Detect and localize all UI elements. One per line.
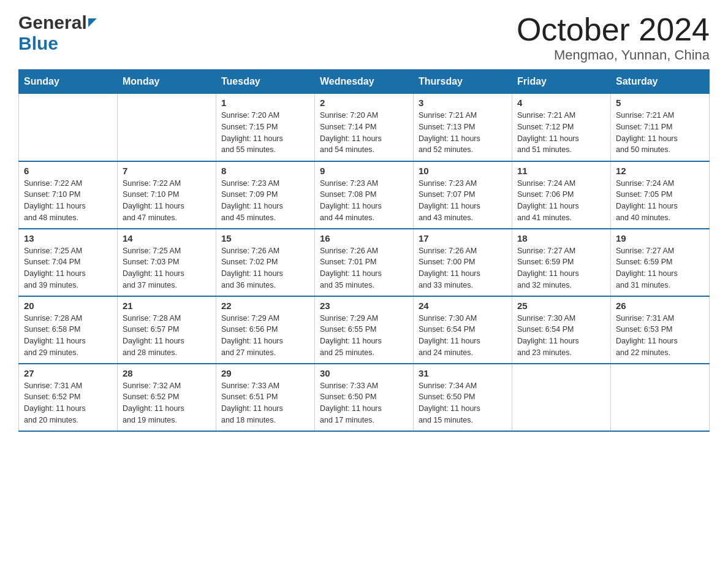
- calendar-cell: 18Sunrise: 7:27 AM Sunset: 6:59 PM Dayli…: [512, 229, 611, 296]
- day-number: 16: [320, 233, 408, 243]
- day-info: Sunrise: 7:22 AM Sunset: 7:10 PM Dayligh…: [123, 178, 211, 224]
- month-title: October 2024: [517, 12, 710, 47]
- day-number: 30: [320, 368, 408, 378]
- day-number: 21: [123, 301, 211, 311]
- day-info: Sunrise: 7:28 AM Sunset: 6:58 PM Dayligh…: [24, 313, 112, 359]
- day-info: Sunrise: 7:21 AM Sunset: 7:12 PM Dayligh…: [517, 110, 605, 156]
- day-info: Sunrise: 7:31 AM Sunset: 6:52 PM Dayligh…: [24, 380, 112, 426]
- day-number: 13: [24, 233, 112, 243]
- calendar-cell: 25Sunrise: 7:30 AM Sunset: 6:54 PM Dayli…: [512, 296, 611, 364]
- day-number: 7: [123, 166, 211, 176]
- day-info: Sunrise: 7:21 AM Sunset: 7:13 PM Dayligh…: [419, 110, 507, 156]
- day-number: 24: [419, 301, 507, 311]
- calendar-week-1: 1Sunrise: 7:20 AM Sunset: 7:15 PM Daylig…: [19, 94, 710, 161]
- calendar-cell: 27Sunrise: 7:31 AM Sunset: 6:52 PM Dayli…: [19, 364, 118, 431]
- calendar-cell: 30Sunrise: 7:33 AM Sunset: 6:50 PM Dayli…: [315, 364, 414, 431]
- calendar-cell: 17Sunrise: 7:26 AM Sunset: 7:00 PM Dayli…: [414, 229, 512, 296]
- calendar-week-4: 20Sunrise: 7:28 AM Sunset: 6:58 PM Dayli…: [19, 296, 710, 364]
- day-info: Sunrise: 7:33 AM Sunset: 6:50 PM Dayligh…: [320, 380, 408, 426]
- calendar-cell: 23Sunrise: 7:29 AM Sunset: 6:55 PM Dayli…: [315, 296, 414, 364]
- day-info: Sunrise: 7:23 AM Sunset: 7:09 PM Dayligh…: [221, 178, 309, 224]
- day-number: 28: [123, 368, 211, 378]
- calendar-week-2: 6Sunrise: 7:22 AM Sunset: 7:10 PM Daylig…: [19, 161, 710, 229]
- day-number: 31: [419, 368, 507, 378]
- header-saturday: Saturday: [611, 70, 710, 94]
- day-info: Sunrise: 7:28 AM Sunset: 6:57 PM Dayligh…: [123, 313, 211, 359]
- day-number: 3: [419, 98, 507, 108]
- day-info: Sunrise: 7:25 AM Sunset: 7:04 PM Dayligh…: [24, 245, 112, 291]
- day-info: Sunrise: 7:32 AM Sunset: 6:52 PM Dayligh…: [123, 380, 211, 426]
- calendar-cell: 14Sunrise: 7:25 AM Sunset: 7:03 PM Dayli…: [118, 229, 216, 296]
- calendar-cell: 16Sunrise: 7:26 AM Sunset: 7:01 PM Dayli…: [315, 229, 414, 296]
- day-info: Sunrise: 7:26 AM Sunset: 7:00 PM Dayligh…: [419, 245, 507, 291]
- calendar-cell: 21Sunrise: 7:28 AM Sunset: 6:57 PM Dayli…: [118, 296, 216, 364]
- day-number: 17: [419, 233, 507, 243]
- header-monday: Monday: [118, 70, 216, 94]
- day-number: 4: [517, 98, 605, 108]
- day-info: Sunrise: 7:23 AM Sunset: 7:08 PM Dayligh…: [320, 178, 408, 224]
- calendar-week-3: 13Sunrise: 7:25 AM Sunset: 7:04 PM Dayli…: [19, 229, 710, 296]
- header-friday: Friday: [512, 70, 611, 94]
- day-info: Sunrise: 7:33 AM Sunset: 6:51 PM Dayligh…: [221, 380, 309, 426]
- header-wednesday: Wednesday: [315, 70, 414, 94]
- day-info: Sunrise: 7:25 AM Sunset: 7:03 PM Dayligh…: [123, 245, 211, 291]
- day-number: 29: [221, 368, 309, 378]
- day-number: 11: [517, 166, 605, 176]
- calendar-cell: 15Sunrise: 7:26 AM Sunset: 7:02 PM Dayli…: [216, 229, 315, 296]
- day-number: 26: [616, 301, 704, 311]
- page-header: General Blue October 2024 Mengmao, Yunna…: [18, 12, 710, 63]
- day-info: Sunrise: 7:23 AM Sunset: 7:07 PM Dayligh…: [419, 178, 507, 224]
- calendar-cell: 13Sunrise: 7:25 AM Sunset: 7:04 PM Dayli…: [19, 229, 118, 296]
- calendar-table: SundayMondayTuesdayWednesdayThursdayFrid…: [18, 69, 710, 432]
- logo-blue-row: Blue: [18, 33, 97, 54]
- calendar-cell: 26Sunrise: 7:31 AM Sunset: 6:53 PM Dayli…: [611, 296, 710, 364]
- calendar-cell: 28Sunrise: 7:32 AM Sunset: 6:52 PM Dayli…: [118, 364, 216, 431]
- day-number: 27: [24, 368, 112, 378]
- calendar-cell: 4Sunrise: 7:21 AM Sunset: 7:12 PM Daylig…: [512, 94, 611, 161]
- calendar-cell: 31Sunrise: 7:34 AM Sunset: 6:50 PM Dayli…: [414, 364, 512, 431]
- calendar-cell: 19Sunrise: 7:27 AM Sunset: 6:59 PM Dayli…: [611, 229, 710, 296]
- day-info: Sunrise: 7:26 AM Sunset: 7:01 PM Dayligh…: [320, 245, 408, 291]
- logo: General Blue: [18, 12, 97, 54]
- day-info: Sunrise: 7:24 AM Sunset: 7:06 PM Dayligh…: [517, 178, 605, 224]
- day-number: 20: [24, 301, 112, 311]
- calendar-cell: 1Sunrise: 7:20 AM Sunset: 7:15 PM Daylig…: [216, 94, 315, 161]
- header-thursday: Thursday: [414, 70, 512, 94]
- day-info: Sunrise: 7:30 AM Sunset: 6:54 PM Dayligh…: [517, 313, 605, 359]
- day-number: 2: [320, 98, 408, 108]
- day-info: Sunrise: 7:29 AM Sunset: 6:55 PM Dayligh…: [320, 313, 408, 359]
- day-info: Sunrise: 7:29 AM Sunset: 6:56 PM Dayligh…: [221, 313, 309, 359]
- day-info: Sunrise: 7:20 AM Sunset: 7:14 PM Dayligh…: [320, 110, 408, 156]
- title-block: October 2024 Mengmao, Yunnan, China: [517, 12, 710, 63]
- day-info: Sunrise: 7:21 AM Sunset: 7:11 PM Dayligh…: [616, 110, 704, 156]
- day-number: 5: [616, 98, 704, 108]
- day-number: 9: [320, 166, 408, 176]
- calendar-cell: [512, 364, 611, 431]
- day-info: Sunrise: 7:27 AM Sunset: 6:59 PM Dayligh…: [616, 245, 704, 291]
- logo-blue-text: Blue: [18, 33, 58, 53]
- calendar-cell: 2Sunrise: 7:20 AM Sunset: 7:14 PM Daylig…: [315, 94, 414, 161]
- header-sunday: Sunday: [19, 70, 118, 94]
- calendar-cell: 3Sunrise: 7:21 AM Sunset: 7:13 PM Daylig…: [414, 94, 512, 161]
- day-info: Sunrise: 7:30 AM Sunset: 6:54 PM Dayligh…: [419, 313, 507, 359]
- header-tuesday: Tuesday: [216, 70, 315, 94]
- logo-arrow-icon: [88, 18, 97, 27]
- day-info: Sunrise: 7:26 AM Sunset: 7:02 PM Dayligh…: [221, 245, 309, 291]
- day-number: 12: [616, 166, 704, 176]
- day-number: 22: [221, 301, 309, 311]
- day-number: 15: [221, 233, 309, 243]
- day-info: Sunrise: 7:22 AM Sunset: 7:10 PM Dayligh…: [24, 178, 112, 224]
- calendar-week-5: 27Sunrise: 7:31 AM Sunset: 6:52 PM Dayli…: [19, 364, 710, 431]
- calendar-cell: 24Sunrise: 7:30 AM Sunset: 6:54 PM Dayli…: [414, 296, 512, 364]
- calendar-cell: 8Sunrise: 7:23 AM Sunset: 7:09 PM Daylig…: [216, 161, 315, 229]
- day-info: Sunrise: 7:20 AM Sunset: 7:15 PM Dayligh…: [221, 110, 309, 156]
- logo-general-text: General: [18, 12, 87, 33]
- day-number: 8: [221, 166, 309, 176]
- day-info: Sunrise: 7:34 AM Sunset: 6:50 PM Dayligh…: [419, 380, 507, 426]
- calendar-cell: [611, 364, 710, 431]
- calendar-cell: 10Sunrise: 7:23 AM Sunset: 7:07 PM Dayli…: [414, 161, 512, 229]
- day-number: 14: [123, 233, 211, 243]
- day-number: 25: [517, 301, 605, 311]
- calendar-cell: 9Sunrise: 7:23 AM Sunset: 7:08 PM Daylig…: [315, 161, 414, 229]
- calendar-cell: 6Sunrise: 7:22 AM Sunset: 7:10 PM Daylig…: [19, 161, 118, 229]
